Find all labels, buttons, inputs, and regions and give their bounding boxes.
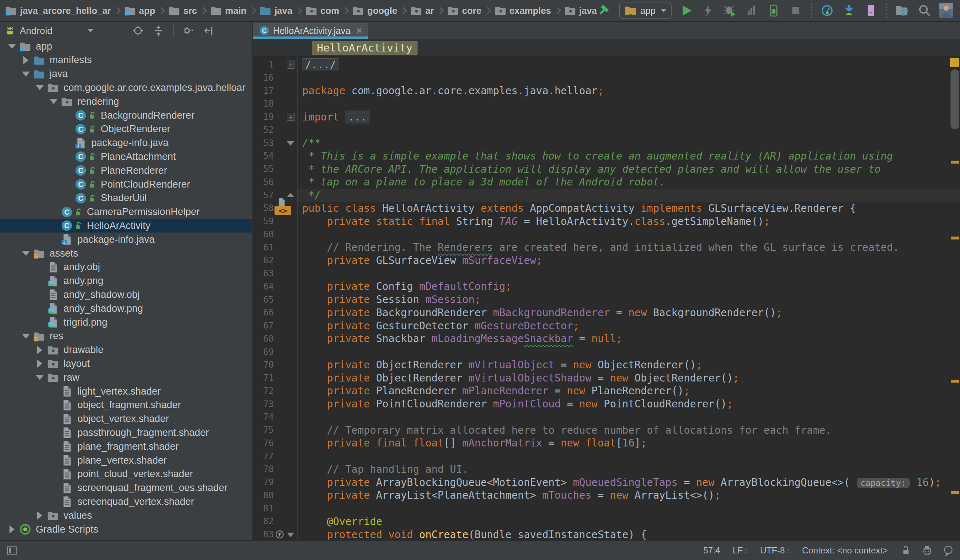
code-line-19[interactable]: 19+import ... bbox=[253, 110, 960, 123]
code-line-55[interactable]: 55 * the ARCore API. The application wil… bbox=[253, 162, 960, 176]
chevron-expanded-icon[interactable] bbox=[5, 39, 19, 53]
tree-item-package-info-java[interactable]: Jpackage-info.java bbox=[0, 136, 252, 150]
tree-item-object-fragment-shader[interactable]: object_fragment.shader bbox=[0, 398, 252, 412]
code-line-77[interactable]: 77 bbox=[253, 450, 960, 463]
code-line-67[interactable]: 67 private GestureDetector mGestureDetec… bbox=[253, 319, 960, 332]
chevron-collapsed-icon[interactable] bbox=[19, 53, 33, 67]
tree-item-raw[interactable]: raw bbox=[0, 371, 252, 384]
breadcrumb-item-com[interactable]: com bbox=[306, 5, 339, 16]
tree-item-andy-shadow-png[interactable]: andy_shadow.png bbox=[0, 302, 252, 315]
tree-item-shaderutil[interactable]: CShaderUtil bbox=[0, 191, 252, 205]
tree-item-drawable[interactable]: drawable bbox=[0, 343, 252, 357]
tree-item-andy-png[interactable]: andy.png bbox=[0, 274, 252, 288]
code-line-79[interactable]: 79 private ArrayBlockingQueue<MotionEven… bbox=[253, 476, 960, 489]
fold-collapse-icon[interactable] bbox=[287, 141, 294, 146]
code-line-63[interactable]: 63 bbox=[253, 267, 960, 280]
code-line-62[interactable]: 62 private GLSurfaceView mSurfaceView; bbox=[253, 254, 960, 267]
code-line-73[interactable]: 73 private PointCloudRenderer mPointClou… bbox=[253, 398, 960, 411]
tree-item-backgroundrenderer[interactable]: CBackgroundRenderer bbox=[0, 109, 252, 122]
chevron-collapsed-icon[interactable] bbox=[5, 522, 19, 536]
code-editor[interactable]: 1+/.../1617package com.google.ar.core.ex… bbox=[253, 56, 960, 540]
apply-changes-button[interactable] bbox=[701, 3, 715, 18]
breadcrumb-item-main[interactable]: main bbox=[210, 5, 246, 16]
warning-stripe-mark[interactable] bbox=[951, 161, 959, 163]
code-line-75[interactable]: 75 // Temporary matrix allocated here to… bbox=[253, 424, 960, 437]
code-line-70[interactable]: 70 private ObjectRenderer mVirtualObject… bbox=[253, 358, 960, 371]
tree-item-planeattachment[interactable]: CPlaneAttachment bbox=[0, 150, 252, 163]
locate-icon[interactable] bbox=[132, 25, 144, 37]
close-icon[interactable]: × bbox=[356, 26, 362, 36]
search-button[interactable] bbox=[917, 3, 931, 18]
collapse-icon[interactable] bbox=[153, 25, 164, 37]
hammer-button[interactable] bbox=[597, 3, 612, 18]
breadcrumb-item-core[interactable]: core bbox=[447, 5, 482, 16]
tree-item-package-info-java[interactable]: Jpackage-info.java bbox=[0, 232, 252, 246]
chevron-collapsed-icon[interactable] bbox=[33, 509, 47, 522]
highlighting-level-icon[interactable] bbox=[921, 545, 933, 556]
code-line-53[interactable]: 53/** bbox=[253, 136, 960, 150]
hide-icon[interactable] bbox=[203, 25, 214, 37]
chevron-expanded-icon[interactable] bbox=[47, 94, 61, 109]
encoding-widget[interactable]: UTF-8↕ bbox=[760, 546, 790, 556]
code-line-76[interactable]: 76 private final float[] mAnchorMatrix =… bbox=[253, 437, 960, 450]
tree-item-gradle-scripts[interactable]: Gradle Scripts bbox=[0, 522, 252, 536]
tree-item-light-vertex-shader[interactable]: light_vertex.shader bbox=[0, 384, 252, 398]
breadcrumb-item-src[interactable]: src bbox=[168, 5, 197, 16]
chevron-collapsed-icon[interactable] bbox=[33, 343, 47, 357]
fold-expand-icon[interactable]: + bbox=[287, 61, 295, 69]
breadcrumb-item-examples[interactable]: examples bbox=[494, 5, 551, 16]
code-line-54[interactable]: 54 * This is a simple example that shows… bbox=[253, 149, 960, 162]
chevron-expanded-icon[interactable] bbox=[19, 329, 33, 343]
device-manager-button[interactable] bbox=[864, 3, 878, 18]
code-line-80[interactable]: 80 private ArrayList<PlaneAttachment> mT… bbox=[253, 489, 960, 502]
code-line-66[interactable]: 66 private BackgroundRenderer mBackgroun… bbox=[253, 306, 960, 319]
attach-debugger-button[interactable] bbox=[766, 3, 781, 18]
line-ending-widget[interactable]: LF↕ bbox=[733, 546, 747, 556]
tree-item-layout[interactable]: layout bbox=[0, 357, 252, 371]
scrollbar-thumb[interactable] bbox=[950, 69, 959, 129]
breadcrumb-item-ar[interactable]: ar bbox=[410, 5, 434, 16]
tree-item-camerapermissionhelper[interactable]: CCameraPermissionHelper bbox=[0, 205, 252, 219]
run-configuration-selector[interactable]: app bbox=[619, 3, 672, 19]
code-line-16[interactable]: 16 bbox=[253, 71, 960, 84]
code-line-81[interactable]: 81 bbox=[253, 502, 960, 515]
code-line-17[interactable]: 17package com.google.ar.core.examples.ja… bbox=[253, 84, 960, 98]
overriding-method-icon[interactable] bbox=[275, 530, 284, 539]
warning-stripe-mark[interactable] bbox=[951, 491, 959, 494]
context-widget[interactable]: Context: <no context> bbox=[802, 546, 888, 556]
code-line-72[interactable]: 72 private PlaneRenderer mPlaneRenderer … bbox=[253, 384, 960, 398]
code-line-60[interactable]: 60 bbox=[253, 228, 960, 241]
sdk-manager-button[interactable] bbox=[842, 3, 856, 18]
warning-stripe-mark[interactable] bbox=[951, 380, 959, 382]
tree-item-andy-shadow-obj[interactable]: andy_shadow.obj bbox=[0, 288, 252, 302]
related-xml-icon[interactable]: <> bbox=[275, 206, 291, 215]
tree-item-andy-obj[interactable]: andy.obj bbox=[0, 260, 252, 274]
chevron-collapsed-icon[interactable] bbox=[33, 357, 47, 371]
run-button[interactable] bbox=[679, 3, 694, 18]
code-line-65[interactable]: 65 private Session mSession; bbox=[253, 293, 960, 306]
code-line-58[interactable]: 58<>public class HelloArActivity extends… bbox=[253, 202, 960, 214]
code-line-57[interactable]: 57 */ bbox=[253, 189, 960, 202]
file-status-indicator[interactable] bbox=[950, 58, 959, 67]
lock-icon[interactable] bbox=[900, 545, 912, 556]
code-line-61[interactable]: 61 // Rendering. The Renderers are creat… bbox=[253, 241, 960, 254]
breadcrumb-item-java[interactable]: java bbox=[259, 5, 292, 16]
code-line-68[interactable]: 68 private Snackbar mLoadingMessageSnack… bbox=[253, 332, 960, 346]
stop-button[interactable] bbox=[789, 3, 803, 18]
tree-item-com-google-ar-core-examples-java-helloar[interactable]: com.google.ar.core.examples.java.helloar bbox=[0, 81, 252, 94]
tree-item-object-vertex-shader[interactable]: object_vertex.shader bbox=[0, 412, 252, 426]
breadcrumb-item-google[interactable]: google bbox=[352, 5, 397, 16]
project-view-selector[interactable]: Android bbox=[20, 25, 53, 37]
code-line-56[interactable]: 56 * tap on a plane to place a 3d model … bbox=[253, 176, 960, 189]
avatar-button[interactable] bbox=[939, 3, 954, 18]
tree-item-pointcloudrenderer[interactable]: CPointCloudRenderer bbox=[0, 178, 252, 191]
tree-item-plane-vertex-shader[interactable]: plane_vertex.shader bbox=[0, 453, 252, 467]
breadcrumb-class-chip[interactable]: HelloArActivity bbox=[312, 41, 418, 55]
gear-icon[interactable] bbox=[182, 25, 194, 37]
avd-manager-button[interactable] bbox=[820, 3, 834, 18]
chevron-expanded-icon[interactable] bbox=[19, 67, 33, 81]
caret-position-widget[interactable]: 57:4 bbox=[703, 546, 720, 556]
chevron-expanded-icon[interactable] bbox=[33, 81, 47, 94]
tree-item-planerenderer[interactable]: CPlaneRenderer bbox=[0, 163, 252, 178]
code-line-59[interactable]: 59 private static final String TAG = Hel… bbox=[253, 214, 960, 228]
